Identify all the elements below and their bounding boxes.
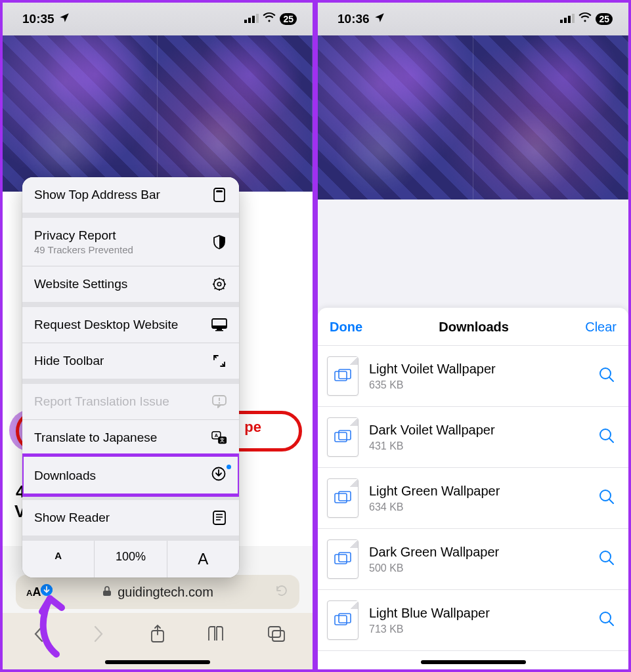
sheet-header: Done Downloads Clear xyxy=(318,308,628,345)
reader-icon xyxy=(211,511,227,525)
download-row[interactable]: Light Blue Wallpaper713 KB xyxy=(318,590,628,651)
menu-item-label: Website Settings xyxy=(34,277,127,291)
menu-website-settings[interactable]: Website Settings xyxy=(22,266,239,302)
svg-line-14 xyxy=(215,288,216,289)
status-bar: 10:36 25 xyxy=(318,3,628,35)
download-icon xyxy=(211,467,227,484)
sheet-title: Downloads xyxy=(439,320,509,335)
aa-download-dot-icon xyxy=(41,584,53,596)
svg-line-52 xyxy=(609,499,613,503)
zoom-value[interactable]: 100% xyxy=(94,541,166,578)
svg-rect-39 xyxy=(568,16,571,23)
menu-show-top-address-bar[interactable]: Show Top Address Bar xyxy=(22,177,239,213)
reveal-in-files-button[interactable] xyxy=(598,610,619,630)
download-name: Dark Voilet Wallpaper xyxy=(369,423,588,438)
menu-translate[interactable]: Translate to Japanese A文 xyxy=(22,419,239,455)
status-time: 10:35 xyxy=(22,12,54,26)
download-name: Light Blue Wallpaper xyxy=(369,606,588,621)
svg-rect-35 xyxy=(269,627,280,637)
download-row[interactable]: Dark Green Wallpaper500 KB xyxy=(318,529,628,590)
screenshot-right: 10:36 25 Done Downloads Clear Light Voil… xyxy=(315,0,631,672)
svg-line-60 xyxy=(609,621,613,625)
lock-icon xyxy=(102,585,116,599)
menu-show-reader[interactable]: Show Reader xyxy=(22,495,239,536)
svg-line-56 xyxy=(609,560,613,564)
address-bar-top-icon xyxy=(211,188,227,202)
battery-badge: 25 xyxy=(280,13,297,25)
done-button[interactable]: Done xyxy=(330,320,362,335)
download-name: Light Voilet Wallpaper xyxy=(369,362,588,377)
status-time: 10:36 xyxy=(337,12,370,26)
svg-rect-53 xyxy=(335,555,347,564)
back-button[interactable] xyxy=(24,621,54,647)
svg-rect-46 xyxy=(339,430,351,440)
menu-request-desktop[interactable]: Request Desktop Website xyxy=(22,302,239,343)
reveal-in-files-button[interactable] xyxy=(598,427,619,447)
download-name: Light Green Wallpaper xyxy=(369,484,588,499)
zoom-control-row: A 100% A xyxy=(22,536,239,578)
forward-button[interactable] xyxy=(83,621,114,647)
svg-line-44 xyxy=(609,377,613,381)
clear-button[interactable]: Clear xyxy=(585,320,617,335)
svg-rect-58 xyxy=(339,614,351,623)
menu-item-label: Show Reader xyxy=(34,511,110,525)
download-size: 713 KB xyxy=(369,623,588,635)
home-indicator xyxy=(105,660,210,664)
svg-rect-42 xyxy=(339,369,351,379)
file-thumb-icon xyxy=(327,356,359,396)
svg-rect-41 xyxy=(335,371,347,381)
download-name: Dark Green Wallpaper xyxy=(369,545,588,560)
menu-downloads[interactable]: Downloads xyxy=(22,455,239,495)
url-bar[interactable]: AA guidingtech.com xyxy=(16,575,299,609)
svg-line-13 xyxy=(223,288,225,289)
zoom-out-button[interactable]: A xyxy=(22,541,94,578)
url-host: guidingtech.com xyxy=(49,585,267,600)
file-thumb-icon xyxy=(327,478,359,518)
menu-item-label: Show Top Address Bar xyxy=(34,188,160,202)
svg-rect-3 xyxy=(256,14,259,23)
location-icon xyxy=(58,12,70,27)
reveal-in-files-button[interactable] xyxy=(598,549,619,569)
share-button[interactable] xyxy=(142,621,173,647)
svg-rect-57 xyxy=(335,616,347,625)
zoom-in-button[interactable]: A xyxy=(167,541,239,578)
downloads-sheet: Done Downloads Clear Light Voilet Wallpa… xyxy=(318,308,628,669)
svg-rect-40 xyxy=(572,14,575,23)
download-list: Light Voilet Wallpaper635 KBDark Voilet … xyxy=(318,345,628,651)
svg-rect-50 xyxy=(339,492,351,501)
menu-privacy-report[interactable]: Privacy Report 49 Trackers Prevented xyxy=(22,213,239,266)
menu-item-label: Downloads xyxy=(34,469,96,483)
download-row[interactable]: Light Voilet Wallpaper635 KB xyxy=(318,346,628,407)
download-size: 431 KB xyxy=(369,440,588,452)
svg-rect-38 xyxy=(564,18,567,23)
svg-point-7 xyxy=(217,282,221,286)
menu-item-subtitle: 49 Trackers Prevented xyxy=(34,244,133,255)
wifi-icon xyxy=(578,12,592,26)
reveal-in-files-button[interactable] xyxy=(598,488,619,508)
home-indicator xyxy=(421,660,526,664)
report-bubble-icon xyxy=(211,395,227,408)
wallpaper-preview xyxy=(318,35,628,200)
download-size: 500 KB xyxy=(369,562,588,574)
bookmarks-button[interactable] xyxy=(202,621,232,647)
menu-item-label: Report Translation Issue xyxy=(34,394,169,409)
cellular-icon xyxy=(560,12,575,26)
svg-rect-33 xyxy=(103,591,111,596)
menu-item-label: Translate to Japanese xyxy=(34,430,157,445)
tabs-button[interactable] xyxy=(261,621,292,647)
cellular-icon xyxy=(244,12,259,26)
download-size: 634 KB xyxy=(369,501,588,513)
menu-hide-toolbar[interactable]: Hide Toolbar xyxy=(22,343,239,379)
reload-icon[interactable] xyxy=(274,583,289,600)
download-row[interactable]: Dark Voilet Wallpaper431 KB xyxy=(318,407,628,468)
location-icon xyxy=(374,12,385,27)
svg-rect-5 xyxy=(216,190,223,192)
svg-rect-17 xyxy=(212,326,227,328)
reveal-in-files-button[interactable] xyxy=(598,366,619,386)
svg-text:文: 文 xyxy=(219,437,225,443)
screenshot-left: 10:35 25 pe 4 V Show Top Address Bar xyxy=(0,0,315,672)
download-row[interactable]: Light Green Wallpaper634 KB xyxy=(318,468,628,529)
expand-arrows-icon xyxy=(211,354,227,368)
aa-button[interactable]: AA xyxy=(26,585,41,599)
svg-point-22 xyxy=(219,402,220,404)
